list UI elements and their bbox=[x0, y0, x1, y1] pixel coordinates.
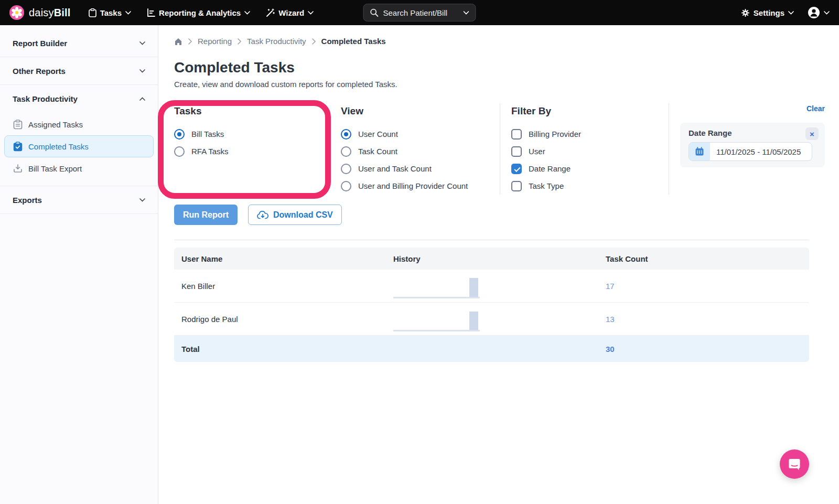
radio-task-count[interactable]: Task Count bbox=[341, 143, 500, 160]
settings-menu[interactable]: Settings bbox=[741, 8, 794, 17]
view-heading: View bbox=[341, 105, 500, 117]
nav-tasks[interactable]: Tasks bbox=[89, 8, 131, 17]
chevron-right-icon bbox=[311, 38, 316, 45]
nav-reporting-label: Reporting & Analytics bbox=[159, 8, 241, 17]
radio-label: User and Task Count bbox=[358, 164, 432, 173]
run-report-button[interactable]: Run Report bbox=[174, 205, 238, 225]
nav-wizard[interactable]: Wizard bbox=[266, 8, 314, 17]
breadcrumb-reporting[interactable]: Reporting bbox=[198, 37, 232, 46]
download-csv-button[interactable]: Download CSV bbox=[248, 205, 342, 225]
radio-user-and-task-count[interactable]: User and Task Count bbox=[341, 160, 500, 177]
radio-user-and-billing-provider-count[interactable]: User and Billing Provider Count bbox=[341, 177, 500, 195]
chevron-down-icon bbox=[308, 11, 314, 15]
person-circle-icon bbox=[808, 6, 820, 19]
page-subtitle: Create, view and download custom reports… bbox=[174, 80, 825, 89]
checkbox-label: Billing Provider bbox=[529, 130, 581, 138]
calendar-icon-cell bbox=[689, 143, 710, 160]
radio-label: RFA Tasks bbox=[191, 147, 229, 156]
nav-reporting-analytics[interactable]: Reporting & Analytics bbox=[147, 8, 250, 17]
history-cell bbox=[393, 306, 606, 331]
account-menu[interactable] bbox=[808, 6, 830, 19]
checkbox-unchecked-icon bbox=[511, 181, 522, 191]
nav-wizard-label: Wizard bbox=[278, 8, 304, 17]
task-count-link[interactable]: 17 bbox=[606, 282, 615, 291]
breadcrumb-task-productivity[interactable]: Task Productivity bbox=[247, 37, 306, 46]
sidebar-item-completed-tasks[interactable]: Completed Tasks bbox=[4, 135, 154, 157]
brand[interactable]: daisyBill bbox=[9, 5, 71, 20]
radio-label: Bill Tasks bbox=[191, 130, 224, 138]
date-range-input[interactable]: 11/01/2025 - 11/05/2025 bbox=[689, 142, 812, 161]
chevron-down-icon[interactable] bbox=[464, 11, 469, 15]
view-panel: View User Count Task Count User and Task… bbox=[341, 103, 500, 195]
checkbox-unchecked-icon bbox=[511, 129, 522, 140]
chevron-down-icon bbox=[125, 11, 131, 15]
download-tray-icon bbox=[13, 164, 23, 173]
chevron-down-icon bbox=[139, 69, 145, 73]
chat-launcher-button[interactable] bbox=[780, 449, 809, 479]
remove-date-filter-button[interactable]: × bbox=[805, 127, 819, 140]
checkbox-billing-provider[interactable]: Billing Provider bbox=[511, 125, 669, 143]
radio-selected-icon bbox=[174, 129, 185, 140]
column-header-history: History bbox=[393, 254, 606, 263]
brand-name: daisyBill bbox=[29, 7, 71, 19]
daisybill-logo-icon bbox=[9, 5, 24, 20]
section-label: Exports bbox=[13, 196, 42, 205]
radio-unselected-icon bbox=[341, 164, 351, 174]
user-name-cell: Ken Biller bbox=[174, 282, 393, 291]
panel-divider bbox=[500, 103, 500, 195]
filter-by-heading: Filter By bbox=[511, 105, 669, 117]
radio-label: User Count bbox=[358, 130, 398, 138]
checkbox-unchecked-icon bbox=[511, 146, 522, 157]
checkbox-task-type[interactable]: Task Type bbox=[511, 177, 669, 195]
sidebar-section-exports[interactable]: Exports bbox=[0, 186, 158, 213]
search-placeholder: Search Patient/Bill bbox=[383, 8, 459, 17]
chevron-down-icon bbox=[824, 11, 830, 15]
table-row: Ken Biller 17 bbox=[174, 270, 809, 303]
sidebar-item-label: Bill Task Export bbox=[28, 164, 82, 173]
sidebar-section-report-builder[interactable]: Report Builder bbox=[0, 29, 158, 57]
calendar-icon bbox=[695, 147, 704, 156]
radio-rfa-tasks[interactable]: RFA Tasks bbox=[174, 143, 341, 160]
date-range-value: 11/01/2025 - 11/05/2025 bbox=[710, 143, 801, 160]
breadcrumb-completed-tasks: Completed Tasks bbox=[321, 37, 386, 46]
total-task-count: 30 bbox=[606, 345, 615, 353]
clipboard-icon bbox=[89, 8, 96, 17]
clear-filters-link[interactable]: Clear bbox=[806, 104, 825, 113]
bar-chart-icon bbox=[147, 8, 155, 17]
checkbox-user[interactable]: User bbox=[511, 143, 669, 160]
radio-user-count[interactable]: User Count bbox=[341, 125, 500, 143]
page-title: Completed Tasks bbox=[174, 59, 825, 76]
user-name-cell: Rodrigo de Paul bbox=[174, 315, 393, 324]
results-table: User Name History Task Count Ken Biller … bbox=[174, 248, 809, 362]
sidebar-item-bill-task-export[interactable]: Bill Task Export bbox=[4, 157, 154, 179]
sidebar-section-task-productivity[interactable]: Task Productivity bbox=[0, 85, 158, 112]
close-icon: × bbox=[810, 130, 814, 138]
radio-selected-icon bbox=[341, 129, 351, 140]
top-navbar: daisyBill Tasks Reporting & Analytics Wi… bbox=[0, 0, 839, 25]
filter-by-panel: Filter By Billing Provider User Date Ran… bbox=[511, 103, 669, 195]
checkbox-date-range[interactable]: Date Range bbox=[511, 160, 669, 177]
search-input[interactable]: Search Patient/Bill bbox=[363, 4, 476, 22]
chevron-down-icon bbox=[139, 41, 145, 45]
chevron-up-icon bbox=[139, 97, 145, 101]
section-label: Other Reports bbox=[13, 67, 66, 76]
sidebar-item-assigned-tasks[interactable]: Assigned Tasks bbox=[4, 113, 154, 135]
history-sparkline bbox=[393, 273, 480, 298]
cloud-download-icon bbox=[257, 210, 268, 219]
chevron-down-icon bbox=[244, 11, 250, 15]
date-range-label: Date Range bbox=[689, 128, 816, 137]
checkbox-label: Task Type bbox=[529, 181, 564, 190]
chevron-down-icon bbox=[788, 11, 794, 15]
table-top-divider bbox=[174, 240, 809, 240]
home-icon[interactable] bbox=[174, 37, 182, 46]
sidebar-item-label: Completed Tasks bbox=[28, 142, 89, 151]
table-header-row: User Name History Task Count bbox=[174, 248, 809, 270]
radio-label: Task Count bbox=[358, 147, 397, 156]
task-count-link[interactable]: 13 bbox=[606, 315, 615, 324]
sidebar-item-label: Assigned Tasks bbox=[28, 120, 83, 129]
sidebar-section-other-reports[interactable]: Other Reports bbox=[0, 57, 158, 84]
total-label: Total bbox=[174, 345, 393, 353]
gear-icon bbox=[741, 8, 750, 17]
magnifier-icon bbox=[370, 8, 379, 17]
radio-bill-tasks[interactable]: Bill Tasks bbox=[174, 125, 341, 143]
